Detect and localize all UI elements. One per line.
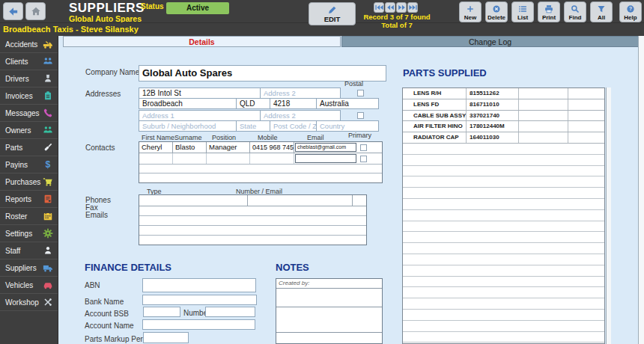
breadcrumb: Broadbeach Taxis - Steve Silansky bbox=[3, 25, 139, 34]
contact-primary-checkbox-1[interactable] bbox=[360, 144, 367, 151]
contact-surname-cell[interactable]: Blasto bbox=[173, 142, 207, 153]
next-record-button[interactable] bbox=[396, 2, 407, 13]
new-button[interactable]: New bbox=[459, 1, 482, 22]
address2-line1-field[interactable]: Address 1 bbox=[139, 110, 261, 121]
tab-change-log[interactable]: Change Log bbox=[341, 36, 639, 47]
abn-label: ABN bbox=[85, 281, 100, 289]
home-button[interactable] bbox=[25, 2, 46, 20]
address1-line1-field[interactable]: 12B Intol St bbox=[139, 87, 261, 99]
first-record-button[interactable] bbox=[374, 2, 384, 13]
sidebar-item-reports[interactable]: Reports bbox=[0, 191, 58, 208]
parts-row[interactable]: LENS R/H 815511262 bbox=[403, 88, 604, 99]
svg-text:?: ? bbox=[629, 6, 632, 11]
address1-country-field[interactable]: Australia bbox=[316, 98, 379, 109]
phones-table[interactable] bbox=[139, 194, 367, 245]
contacts-header-position: Position bbox=[212, 134, 236, 141]
address2-country-field[interactable]: Country bbox=[316, 120, 379, 132]
parts-row[interactable]: RADIATOR CAP 164011030 bbox=[403, 132, 604, 144]
address1-postcode-field[interactable]: 4218 bbox=[270, 98, 317, 109]
address1-state-field[interactable]: QLD bbox=[236, 98, 270, 109]
list-button[interactable]: List bbox=[511, 1, 534, 22]
record-total-text: Total of 7 bbox=[348, 22, 446, 30]
address2-suburb-field[interactable]: Suburb / Neighborhood bbox=[139, 120, 237, 132]
sidebar-item-workshop[interactable]: Workshop bbox=[0, 294, 58, 311]
first-record-icon bbox=[375, 4, 383, 11]
sidebar-item-owners[interactable]: Owners bbox=[0, 122, 58, 139]
account-bsb-field[interactable] bbox=[143, 307, 180, 317]
sidebar-item-settings[interactable]: Settings bbox=[0, 225, 58, 242]
contact-mobile-cell[interactable]: 0415 968 745 bbox=[250, 142, 294, 153]
contact-row[interactable]: Cheryl Blasto Manager 0415 968 745 chebl… bbox=[139, 142, 382, 153]
delete-button[interactable]: Delete bbox=[485, 1, 508, 22]
parts-markup-field[interactable] bbox=[143, 332, 189, 343]
sidebar-item-invoices[interactable]: Invoices bbox=[0, 87, 58, 105]
parts-supplied-table: LENS R/H 815511262 LENS FD 816711010 CAB… bbox=[402, 87, 605, 344]
notes-box[interactable]: Created by: bbox=[276, 278, 383, 344]
funnel-icon bbox=[597, 4, 606, 13]
all-button-label: All bbox=[598, 15, 605, 21]
bank-name-label: Bank Name bbox=[85, 298, 124, 306]
contact-first-name-cell[interactable]: Cheryl bbox=[139, 142, 173, 153]
help-button-label: Help bbox=[624, 15, 637, 21]
phone-handset-icon bbox=[43, 108, 53, 118]
part-number-cell: 164011030 bbox=[467, 132, 519, 143]
contact-primary-checkbox-2[interactable] bbox=[360, 156, 367, 162]
address2-line2-field[interactable]: Address 2 bbox=[260, 110, 341, 121]
tab-details[interactable]: Details bbox=[63, 36, 341, 47]
address1-line2-field[interactable]: Address 2 bbox=[260, 87, 341, 99]
back-button[interactable] bbox=[3, 2, 23, 20]
owners-people-icon bbox=[43, 125, 53, 135]
find-button[interactable]: Find bbox=[564, 1, 586, 22]
postal-checkbox-2[interactable] bbox=[357, 112, 364, 119]
bank-name-field[interactable] bbox=[142, 295, 257, 305]
contacts-header-primary: Primary bbox=[348, 132, 371, 139]
sidebar-item-staff[interactable]: Staff bbox=[0, 242, 58, 259]
address2-state-field[interactable]: State bbox=[236, 120, 270, 132]
contacts-header-first-name: First Name bbox=[142, 134, 174, 141]
phone-type-cell[interactable] bbox=[139, 195, 248, 206]
contact-position-cell[interactable]: Manager bbox=[207, 142, 250, 153]
all-button[interactable]: All bbox=[590, 1, 613, 22]
parts-row-empty bbox=[403, 176, 604, 188]
parts-row[interactable]: AIR FILTER HINO 178012440M bbox=[403, 121, 604, 132]
address1-suburb-field[interactable]: Broadbeach bbox=[139, 98, 237, 109]
sidebar-item-payins[interactable]: Payins $ bbox=[0, 156, 58, 173]
phone-number-cell[interactable] bbox=[248, 195, 353, 206]
contact-row-empty[interactable] bbox=[139, 153, 382, 165]
contact-email-field-empty[interactable] bbox=[295, 154, 356, 163]
abn-field[interactable] bbox=[142, 278, 256, 292]
sidebar-item-purchases[interactable]: Purchases bbox=[0, 173, 58, 191]
list-button-label: List bbox=[517, 15, 528, 21]
last-record-icon bbox=[409, 4, 417, 11]
portal-scrollbar[interactable] bbox=[606, 87, 611, 344]
sidebar-item-clients[interactable]: Clients bbox=[0, 53, 58, 70]
parts-row[interactable]: CABLE SUB ASSY 337021740 bbox=[403, 111, 604, 122]
parts-row-empty bbox=[403, 277, 604, 288]
parts-row-empty bbox=[403, 332, 604, 343]
contact-row-empty bbox=[139, 165, 382, 173]
status-badge[interactable]: Active bbox=[166, 2, 229, 14]
sidebar-item-drivers[interactable]: Drivers bbox=[0, 70, 58, 87]
address2-postcode-field[interactable]: Post Code / Zip bbox=[270, 120, 317, 132]
sidebar-item-parts[interactable]: Parts bbox=[0, 139, 58, 156]
sidebar-item-roster[interactable]: Roster bbox=[0, 208, 58, 225]
company-name-field[interactable]: Global Auto Spares bbox=[139, 65, 386, 82]
sidebar-item-suppliers[interactable]: Suppliers bbox=[0, 259, 58, 277]
last-record-button[interactable] bbox=[407, 2, 418, 13]
parts-row-empty bbox=[403, 243, 604, 254]
sidebar-item-accidents[interactable]: Accidents bbox=[0, 36, 58, 53]
staff-person-icon bbox=[43, 245, 53, 256]
sidebar-item-messages[interactable]: Messages bbox=[0, 105, 58, 122]
parts-row[interactable]: LENS FD 816711010 bbox=[403, 99, 604, 111]
account-number-field[interactable] bbox=[205, 307, 255, 317]
window-scrollbar[interactable] bbox=[638, 36, 644, 344]
previous-record-button[interactable] bbox=[385, 2, 395, 13]
postal-checkbox-1[interactable] bbox=[357, 90, 364, 96]
contact-email-field[interactable]: cheblast@gmail.com bbox=[295, 143, 356, 152]
sidebar-item-vehicles[interactable]: Vehicles bbox=[0, 277, 58, 294]
print-button[interactable]: Print bbox=[538, 1, 560, 22]
parts-row-empty bbox=[403, 166, 604, 177]
account-name-field[interactable] bbox=[142, 319, 255, 330]
parts-row-empty bbox=[403, 221, 604, 233]
help-button[interactable]: ? Help bbox=[619, 1, 642, 22]
